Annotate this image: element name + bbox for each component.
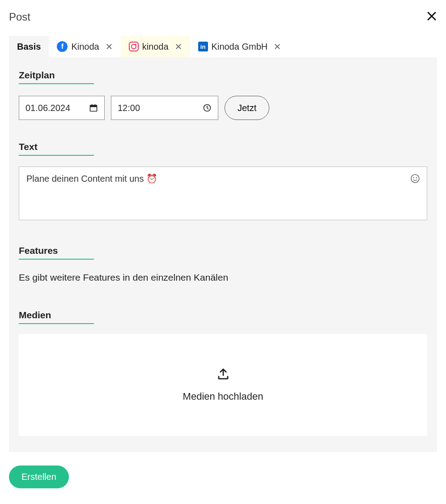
time-value: 12:00 [118,103,140,113]
close-tab-instagram[interactable] [175,43,182,50]
facebook-icon: f [57,41,68,52]
instagram-icon [129,42,139,51]
schedule-heading: Zeitplan [19,70,94,84]
svg-point-6 [413,177,414,178]
svg-point-5 [411,175,419,183]
media-heading: Medien [19,310,94,324]
close-icon [274,43,281,50]
time-input[interactable]: 12:00 [111,96,218,120]
tab-instagram[interactable]: kinoda [121,36,190,57]
tab-linkedin[interactable]: in Kinoda GmbH [190,36,289,57]
linkedin-icon: in [198,42,208,51]
now-button[interactable]: Jetzt [225,96,269,120]
date-input[interactable]: 01.06.2024 [19,96,105,120]
media-upload-label: Medien hochladen [183,391,263,402]
calendar-icon [89,103,98,112]
channel-tabs: Basis f Kinoda kinoda in Kinoda GmbH [0,36,446,57]
media-upload-area[interactable]: Medien hochladen [19,334,427,436]
close-icon [175,43,182,50]
smile-icon [410,173,421,184]
close-button[interactable] [426,11,437,21]
tab-instagram-label: kinoda [142,42,169,52]
tab-basis-label: Basis [17,42,41,52]
close-icon [106,43,113,50]
tab-facebook-label: Kinoda [71,42,99,52]
post-text-input[interactable]: Plane deinen Content mit uns ⏰ [19,167,427,220]
clock-icon [203,103,212,112]
close-icon [426,11,437,21]
close-tab-linkedin[interactable] [274,43,281,50]
svg-point-7 [416,177,417,178]
tab-linkedin-label: Kinoda GmbH [212,42,268,52]
features-heading: Features [19,245,94,260]
close-tab-facebook[interactable] [106,43,113,50]
create-button[interactable]: Erstellen [9,466,69,488]
features-info-text: Es gibt weitere Features in den einzelne… [19,272,427,283]
tab-basis[interactable]: Basis [9,36,49,57]
text-heading: Text [19,141,94,156]
dialog-title: Post [9,11,30,23]
emoji-picker-button[interactable] [410,173,421,186]
post-text-content: Plane deinen Content mit uns ⏰ [26,174,157,184]
svg-rect-1 [90,105,97,107]
date-value: 01.06.2024 [25,103,70,113]
tab-facebook[interactable]: f Kinoda [49,36,120,57]
upload-icon [217,367,230,383]
